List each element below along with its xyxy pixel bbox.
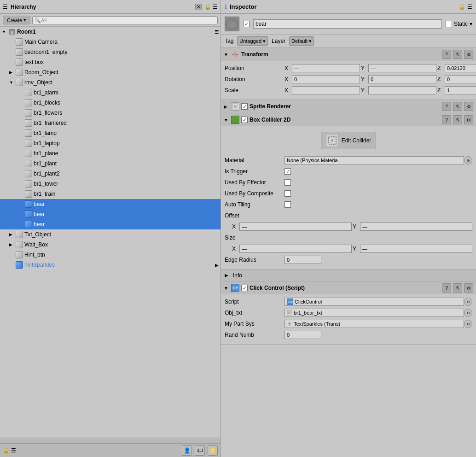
y-label: Y: [353, 223, 359, 230]
cube-icon: [16, 241, 23, 248]
obj-txt-select-button[interactable]: ⊙: [464, 309, 472, 317]
hierarchy-root-item[interactable]: ▼ U Room1 ☰: [0, 27, 221, 37]
selected-bear-item-2[interactable]: bear: [0, 209, 221, 219]
click-control-settings-button[interactable]: ⇱: [453, 283, 462, 293]
hierarchy-close-button[interactable]: ✕: [195, 4, 202, 10]
tag-button[interactable]: 🏷: [195, 445, 205, 456]
box-collider-checkbox[interactable]: [241, 117, 248, 123]
svg-rect-12: [331, 140, 333, 141]
list-item[interactable]: br1_alarm: [0, 88, 221, 98]
item-label: br1_plant: [34, 160, 57, 167]
position-z-input[interactable]: [445, 64, 476, 72]
transform-icon: [231, 50, 239, 59]
script-select-button[interactable]: ⊙: [464, 298, 472, 306]
layer-dropdown[interactable]: Default ▾: [289, 36, 314, 46]
list-item[interactable]: br1_tower: [0, 179, 221, 189]
list-item[interactable]: br1_plant2: [0, 169, 221, 179]
box-collider-help-button[interactable]: ?: [442, 115, 451, 124]
list-item[interactable]: Hint_btn: [0, 250, 221, 260]
list-item[interactable]: ▼ rmv_Object: [0, 77, 221, 88]
x-label: X: [232, 223, 238, 230]
scale-xyz: X Y Z: [284, 86, 476, 94]
star-button[interactable]: ⭐: [208, 445, 218, 456]
scale-z-input[interactable]: [445, 86, 476, 94]
rotation-z-input[interactable]: [445, 75, 476, 83]
info-arrow: ▶: [225, 273, 230, 278]
x-label: X: [284, 65, 291, 71]
hierarchy-search-input[interactable]: [32, 16, 218, 24]
tag-layer-row: Tag Untagged ▾ Layer Default ▾: [221, 35, 476, 48]
script-row: Script C# ClickControl ⊙: [225, 297, 472, 306]
offset-y-input[interactable]: [360, 223, 472, 231]
info-section[interactable]: ▶ Info: [221, 270, 476, 281]
transform-settings-button[interactable]: ⇱: [453, 50, 462, 59]
transform-menu-button[interactable]: ⚙: [464, 50, 473, 59]
material-select-button[interactable]: ⊙: [464, 156, 472, 164]
list-item[interactable]: br1_plant: [0, 158, 221, 169]
create-button[interactable]: Create ▾: [3, 16, 30, 24]
list-item[interactable]: br1_laptop: [0, 138, 221, 148]
material-input[interactable]: [284, 156, 464, 164]
list-item[interactable]: ▶ Wait_Box: [0, 240, 221, 250]
auto-tiling-checkbox[interactable]: [284, 201, 291, 208]
hierarchy-bottombar: 🔒 ☰ 👤 🏷 ⭐: [0, 443, 221, 457]
list-item[interactable]: ▶ Txt_Object: [0, 229, 221, 240]
rand-numb-input[interactable]: [284, 331, 321, 339]
item-label: br1_flowers: [34, 110, 62, 116]
click-control-menu-button[interactable]: ⚙: [464, 283, 473, 293]
size-y-input[interactable]: [360, 245, 472, 253]
sprite-renderer-menu-button[interactable]: ⚙: [464, 102, 473, 111]
selected-bear-item-1[interactable]: bear: [0, 199, 221, 209]
transform-help-button[interactable]: ?: [442, 50, 451, 59]
rotation-y-input[interactable]: [368, 75, 436, 83]
edit-collider-button[interactable]: Edit Collider: [321, 132, 377, 149]
list-item[interactable]: text box: [0, 57, 221, 67]
position-x-input[interactable]: [292, 64, 360, 72]
click-control-checkbox[interactable]: [241, 285, 248, 291]
size-xy-row: X Y: [225, 244, 472, 253]
click-control-header[interactable]: ▼ C# Click Control (Script) ? ⇱ ⚙: [221, 281, 476, 294]
box-collider-settings-button[interactable]: ⇱: [453, 115, 462, 124]
sprite-renderer-checkbox[interactable]: [241, 103, 248, 110]
used-by-composite-checkbox[interactable]: [284, 190, 291, 197]
scale-x-input[interactable]: [292, 86, 360, 94]
scale-y-input[interactable]: [368, 86, 436, 94]
hamburger-icon: ☰: [213, 4, 218, 10]
list-item[interactable]: hintSparkles ▶: [0, 260, 221, 270]
edge-radius-input[interactable]: [284, 256, 321, 264]
my-part-sys-select-button[interactable]: ⊙: [464, 320, 472, 328]
horizontal-scrollbar[interactable]: [0, 438, 221, 443]
sprite-renderer-help-button[interactable]: ?: [442, 102, 451, 111]
box-collider-menu-button[interactable]: ⚙: [464, 115, 473, 124]
rotation-x-input[interactable]: [292, 75, 360, 83]
is-trigger-checkbox[interactable]: [284, 168, 291, 175]
click-control-help-button[interactable]: ?: [442, 283, 451, 293]
tag-dropdown[interactable]: Untagged ▾: [237, 36, 268, 46]
list-item[interactable]: ▶ Room_Object: [0, 67, 221, 77]
cube-icon: [25, 190, 32, 198]
transform-header[interactable]: ▼ Transform ? ⇱ ⚙: [221, 48, 476, 61]
list-item[interactable]: br1_blocks: [0, 98, 221, 108]
list-item[interactable]: bedroom1_empty: [0, 47, 221, 57]
svg-point-10: [234, 105, 237, 108]
list-item[interactable]: br1_framered: [0, 118, 221, 128]
list-item[interactable]: br1_train: [0, 189, 221, 199]
list-item[interactable]: br1_lamp: [0, 128, 221, 138]
static-dropdown-arrow[interactable]: ▾: [470, 21, 472, 27]
static-checkbox[interactable]: [446, 21, 452, 27]
list-item[interactable]: br1_flowers: [0, 108, 221, 118]
sprite-renderer-header[interactable]: ▶ Sprite Renderer ? ⇱ ⚙: [221, 100, 476, 113]
used-by-effector-checkbox[interactable]: [284, 179, 291, 186]
list-icon: ☰: [11, 447, 16, 454]
position-y-input[interactable]: [368, 64, 436, 72]
object-active-checkbox[interactable]: [243, 21, 250, 27]
sprite-renderer-settings-button[interactable]: ⇱: [453, 102, 462, 111]
person-button[interactable]: 👤: [182, 445, 192, 456]
list-item[interactable]: br1_plane: [0, 148, 221, 158]
offset-x-input[interactable]: [239, 223, 352, 231]
selected-bear-item-3[interactable]: bear: [0, 219, 221, 229]
size-x-input[interactable]: [239, 245, 352, 253]
object-name-input[interactable]: [253, 19, 442, 29]
box-collider-header[interactable]: ▼ Box Collider 2D ? ⇱ ⚙: [221, 113, 476, 126]
list-item[interactable]: Main Camera: [0, 37, 221, 47]
